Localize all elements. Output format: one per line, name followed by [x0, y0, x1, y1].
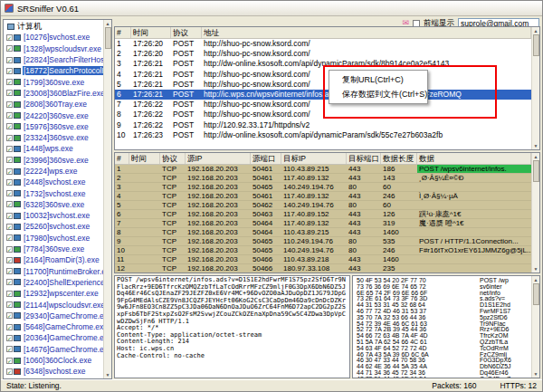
column-header[interactable]: 地址	[202, 27, 531, 38]
tree-item[interactable]: ✓[11700]RuntimeBroker.exe	[5, 266, 103, 277]
checkbox-icon[interactable]: ✓	[6, 291, 13, 297]
checkbox-icon[interactable]: ✓	[6, 312, 13, 319]
request-row[interactable]: 817:26:22POSThttp://shuo-pc-snow.ksord.c…	[115, 110, 531, 120]
checkbox-icon[interactable]: ✓	[6, 68, 13, 74]
checkbox-icon[interactable]: ✓	[6, 101, 13, 108]
scroll-down-icon[interactable]: ▼	[534, 265, 538, 272]
tree-item[interactable]: ✓[22824]SearchFilterHost.ex	[5, 54, 103, 65]
scroll-up-icon[interactable]: ▲	[106, 20, 110, 27]
column-header[interactable]: 协议	[171, 27, 202, 38]
tree-item[interactable]: ✓[6348]svchost.exe	[5, 366, 103, 377]
checkbox-icon[interactable]: ✓	[6, 301, 13, 308]
checkbox-icon[interactable]: ✓	[6, 246, 13, 253]
tree-item[interactable]: ✓[22224]wps.exe	[5, 166, 103, 177]
tree-item[interactable]: ✓[22400]ShellExperienceHost	[5, 277, 103, 288]
request-row[interactable]: 917:26:22POSThttp://120.92.33.171/httpdn…	[115, 120, 531, 130]
checkbox-icon[interactable]: ✓	[6, 90, 13, 96]
column-header[interactable]: 数据	[417, 153, 531, 164]
tree-item[interactable]: ✓[2808]360Tray.exe	[5, 99, 103, 110]
checkbox-icon[interactable]: ✓	[6, 123, 13, 129]
scroll-down-icon[interactable]: ▼	[106, 371, 110, 378]
tree-item[interactable]: ✓[1060]360Clock.exe	[5, 355, 103, 366]
request-row[interactable]: 1017:26:23POSThttp://dw-online.ksosoft.c…	[115, 130, 531, 140]
tree-item[interactable]: ✓[10276]svchost.exe	[5, 32, 103, 43]
checkbox-icon[interactable]: ✓	[6, 279, 13, 285]
scroll-down-icon[interactable]: ▼	[534, 142, 538, 149]
checkbox-icon[interactable]: ✓	[6, 112, 13, 119]
packet-row[interactable]: 3TCP192.168.20.20350465140.249.194.76806…	[115, 183, 531, 192]
tree-item[interactable]: ✓[12932]wpscenter.exe	[5, 288, 103, 299]
packet-scrollbar[interactable]: ▲ ▼	[531, 153, 539, 272]
packet-row[interactable]: 11TCP192.168.20.20350466110.43.89.218443…	[115, 255, 531, 264]
checkbox-icon[interactable]: ✓	[6, 346, 13, 352]
tree-item[interactable]: ✓[1328]wpscloudsvr.exe	[5, 43, 103, 54]
column-header[interactable]: 数据长度	[381, 153, 417, 164]
tree-item[interactable]: ✓[17980]svchost.exe	[5, 233, 103, 244]
packet-row[interactable]: 9TCP192.168.20.20350465110.249.194.76805…	[115, 237, 531, 246]
column-header[interactable]: #	[115, 153, 129, 164]
checkbox-icon[interactable]: ✓	[6, 268, 13, 274]
packet-row[interactable]: 2TCP192.168.20.20350461117.40.89.1324431…	[115, 174, 531, 183]
context-menu-item[interactable]: 复制URL(Ctrl+C)	[329, 72, 427, 87]
checkbox-icon[interactable]: ✓	[6, 157, 13, 163]
request-row[interactable]: 717:26:22POSThttp://shuo-pc-snow.ksord.c…	[115, 100, 531, 110]
tree-item[interactable]: ✓[15976]360sve.exe	[5, 121, 103, 132]
tree-item[interactable]: ✓[20364]GameChrome.exe	[5, 332, 103, 343]
packet-row[interactable]: 8TCP192.168.20.20350464110.43.89.2154431…	[115, 228, 531, 237]
context-menu-item[interactable]: 保存数据到文件(Ctrl+S)	[329, 87, 427, 101]
tree-item[interactable]: ✓[6328]360sve.exe	[5, 199, 103, 210]
packet-row[interactable]: 6TCP192.168.20.20350463117.40.89.1524431…	[115, 210, 531, 219]
tree-item[interactable]: ✓[23324]360sve.exe	[5, 132, 103, 143]
tree-item[interactable]: ✓[21144]wpscloudsvr.exe	[5, 299, 103, 310]
tree-root[interactable]: 计算机	[5, 21, 103, 32]
tree-item[interactable]: ✓[7784]360sve.exe	[5, 244, 103, 254]
column-header[interactable]: 目标端口	[347, 153, 381, 164]
request-row[interactable]: 417:26:21POSThttp://shuo-pc-snow.ksord.c…	[115, 70, 531, 80]
checkbox-icon[interactable]: ✓	[6, 335, 13, 341]
checkbox-icon[interactable]: ✓	[6, 179, 13, 186]
checkbox-icon[interactable]: ✓	[6, 224, 13, 230]
scroll-up-icon[interactable]: ▲	[534, 153, 538, 160]
tree-item[interactable]: ✓[1799]360sve.exe	[5, 76, 103, 87]
checkbox-icon[interactable]: ✓	[6, 168, 13, 175]
column-header[interactable]: #	[115, 27, 131, 38]
checkbox-icon[interactable]: ✓	[6, 213, 13, 219]
scroll-up-icon[interactable]: ▲	[534, 27, 538, 34]
scroll-up-icon[interactable]: ▲	[534, 276, 538, 283]
scroll-thumb[interactable]	[105, 27, 111, 49]
tree-item[interactable]: ✓[10032]svchost.exe	[5, 210, 103, 221]
request-scrollbar[interactable]: ▲ ▼	[531, 27, 539, 149]
scroll-thumb[interactable]	[533, 283, 539, 305]
tree-item[interactable]: ✓[14676]GameChrome.exe	[5, 344, 103, 355]
packet-row[interactable]: 5TCP192.168.20.20350462140.249.194.76806…	[115, 201, 531, 210]
hex-scrollbar[interactable]: ▲ ▼	[531, 276, 539, 378]
checkbox-icon[interactable]: ✓	[6, 135, 13, 141]
column-header[interactable]: 源IP	[186, 153, 251, 164]
packet-row[interactable]: 10TCP192.168.20.20350465140.249.194.7680…	[115, 246, 531, 255]
tree-item[interactable]: ✓[24220]360sve.exe	[5, 110, 103, 120]
tree-item[interactable]: ✓[29340]GameChrome.exe	[5, 311, 103, 321]
request-row[interactable]: 117:26:20POSThttp://shuo-pc-snow.ksord.c…	[115, 39, 531, 49]
packet-row[interactable]: 4TCP192.168.20.20350461117.40.89.1324432…	[115, 192, 531, 201]
checkbox-icon[interactable]: ✓	[6, 57, 13, 63]
tree-item[interactable]: ✓[1732]svchost.exe	[5, 187, 103, 198]
request-row[interactable]: 617:26:21POSThttp://ic.wps.cn/wpsv6inter…	[115, 90, 531, 100]
column-header[interactable]: 目标IP	[281, 153, 347, 164]
checkbox-icon[interactable]: ✓	[6, 45, 13, 52]
column-header[interactable]: 时间	[129, 153, 160, 164]
checkbox-icon[interactable]: ✓	[6, 324, 13, 330]
detail-text-panel[interactable]: POST /wpsv6internet/infos.ads?v=D1S1E2hd…	[114, 275, 350, 378]
tree-scrollbar[interactable]: ▲ ▼	[103, 20, 111, 378]
tree-item[interactable]: ✓[1448]wps.exe	[5, 143, 103, 154]
request-row[interactable]: 317:26:21POSThttp://dw-online.ksosoft.co…	[115, 59, 531, 69]
tree-item[interactable]: ✓[18772]SearchProtocolHost.	[5, 65, 103, 76]
checkbox-icon[interactable]: ✓	[6, 201, 13, 207]
column-header[interactable]: 源端口	[251, 153, 281, 164]
scroll-thumb[interactable]	[533, 34, 539, 56]
tree-item[interactable]: ✓[2448]svchost.exe	[5, 177, 103, 187]
checkbox-icon[interactable]: ✓	[6, 190, 13, 196]
tree-item[interactable]: ✓[2164]RoamDir(3).exe	[5, 254, 103, 265]
tree-item[interactable]: ✓[23008]360BlazFire.exe	[5, 88, 103, 99]
scroll-down-icon[interactable]: ▼	[534, 370, 538, 378]
checkbox-icon[interactable]: ✓	[6, 34, 13, 41]
